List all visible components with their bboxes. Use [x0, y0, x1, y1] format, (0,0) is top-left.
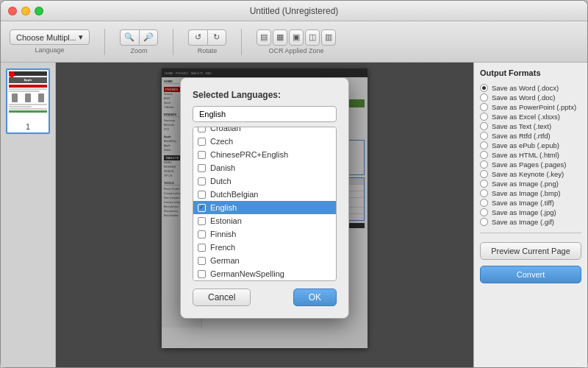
radio-button[interactable] [480, 160, 488, 169]
traffic-lights [8, 7, 43, 15]
format-item[interactable]: Save as Text (.text) [480, 121, 581, 131]
language-list-item[interactable]: ✓Estonian [193, 214, 336, 227]
format-label: Save as PowerPoint (.pptx) [492, 103, 576, 111]
language-item-label: DutchBelgian [210, 190, 258, 199]
format-item[interactable]: Save as Image (.png) [480, 179, 581, 188]
language-button[interactable]: Choose Multipl... ▾ [10, 29, 90, 45]
language-dialog: Selected Languages: ✓ArmenianEastern✓Arm… [180, 77, 349, 319]
format-label: Save as HTML (.html) [492, 151, 559, 159]
language-list[interactable]: ✓ArmenianEastern✓ArmenianGrabar✓Armenian… [193, 127, 337, 281]
format-item[interactable]: Save as Image (.jpg) [480, 208, 581, 217]
radio-button[interactable] [480, 132, 488, 140]
language-list-item[interactable]: ✓French [193, 241, 336, 254]
thumbnail-content: Apple [7, 70, 49, 121]
zoom-label: Zoom [130, 47, 147, 54]
format-item[interactable]: Save as Keynote (.key) [480, 169, 581, 179]
language-list-item[interactable]: ✓DutchBelgian [193, 188, 336, 201]
titlebar: Untitled (Unregistered) [1, 1, 587, 21]
format-item[interactable]: Save as Excel (.xlsxs) [480, 112, 581, 121]
modal-buttons: Cancel OK [193, 289, 337, 306]
formats-list: Save as Word (.docx)Save as Word (.doc)S… [480, 83, 581, 227]
radio-button[interactable] [480, 113, 488, 121]
output-formats-title: Output Formats [480, 68, 581, 77]
main-content: Apple 1 [1, 63, 587, 367]
maximize-button[interactable] [35, 7, 43, 15]
toolbar: Choose Multipl... ▾ Language 🔍 🔎 Zoom [1, 21, 587, 63]
ocr-btn-4[interactable]: ◫ [305, 29, 320, 46]
radio-button[interactable] [480, 141, 488, 149]
radio-button[interactable] [480, 103, 488, 111]
ocr-btn-2[interactable]: ▦ [273, 29, 287, 46]
panel-divider [480, 233, 581, 233]
window-title: Untitled (Unregistered) [250, 6, 339, 16]
rotate-left-button[interactable]: ↺ [188, 29, 207, 46]
ok-button[interactable]: OK [293, 289, 337, 306]
radio-button[interactable] [480, 180, 488, 188]
convert-button[interactable]: Convert [480, 266, 581, 283]
format-label: Save as Image (.png) [492, 180, 559, 188]
format-item[interactable]: Save as PowerPoint (.pptx) [480, 102, 581, 112]
radio-button[interactable] [480, 122, 488, 130]
language-list-item[interactable]: ✓Dutch [193, 174, 336, 188]
minimize-button[interactable] [21, 7, 30, 15]
ocr-label: OCR Applied Zone [268, 47, 323, 54]
toolbar-separator-2 [173, 29, 173, 55]
rotate-right-button[interactable]: ↻ [207, 29, 226, 46]
format-label: Save as Rtfd (.rtfd) [492, 132, 551, 140]
radio-button[interactable] [480, 151, 488, 159]
zoom-in-button[interactable]: 🔎 [139, 29, 158, 46]
format-item[interactable]: Save as Word (.doc) [480, 93, 581, 102]
rotate-label: Rotate [198, 47, 218, 54]
language-item-label: English [210, 203, 237, 212]
ocr-btn-1[interactable]: ▤ [257, 29, 271, 46]
language-list-item[interactable]: ✓Croatian [193, 127, 336, 135]
format-label: Save as Image (.bmp) [492, 189, 560, 197]
language-item-label: Estonian [210, 216, 242, 225]
format-label: Save as ePub (.epub) [492, 141, 559, 149]
format-item[interactable]: Save as Word (.docx) [480, 83, 581, 93]
modal-title: Selected Languages: [193, 90, 337, 100]
radio-button[interactable] [480, 84, 488, 92]
radio-button[interactable] [480, 218, 488, 226]
format-label: Save as Word (.docx) [492, 84, 559, 92]
language-list-item[interactable]: ✓Finnish [193, 227, 336, 241]
language-item-label: German [210, 256, 240, 265]
format-label: Save as Text (.text) [492, 122, 551, 130]
format-item[interactable]: Save as ePub (.epub) [480, 141, 581, 150]
radio-button[interactable] [480, 199, 488, 207]
language-label: Language [35, 46, 64, 54]
radio-button[interactable] [480, 189, 488, 197]
document-area: HOME PHONES TABLETS MAC HOME PHONES [56, 63, 473, 367]
language-list-item[interactable]: ✓Danish [193, 161, 336, 174]
cancel-button[interactable]: Cancel [193, 289, 251, 306]
zoom-out-button[interactable]: 🔍 [120, 29, 139, 46]
radio-button[interactable] [480, 170, 488, 178]
toolbar-separator-3 [241, 29, 242, 55]
language-search-input[interactable] [193, 106, 337, 122]
preview-button[interactable]: Preview Current Page [480, 242, 581, 260]
dropdown-arrow-icon: ▾ [79, 32, 83, 42]
format-item[interactable]: Save as Image (.bmp) [480, 188, 581, 198]
language-list-item[interactable]: ✓English [193, 201, 336, 214]
format-item[interactable]: Save as Rtfd (.rtfd) [480, 131, 581, 141]
radio-button[interactable] [480, 93, 488, 102]
language-list-item[interactable]: ✓GermanNewSpelling [193, 267, 336, 280]
radio-button[interactable] [480, 208, 488, 216]
format-item[interactable]: Save as HTML (.html) [480, 150, 581, 160]
format-item[interactable]: Save as Image (.gif) [480, 217, 581, 227]
language-list-item[interactable]: ✓German [193, 254, 336, 267]
format-label: Save as Word (.doc) [492, 93, 555, 102]
language-list-item[interactable]: ✓Czech [193, 135, 336, 148]
ocr-btn-3[interactable]: ▣ [289, 29, 304, 46]
language-list-item[interactable]: ✓ChinesePRC+English [193, 148, 336, 161]
language-item-label: Finnish [210, 230, 236, 238]
ocr-btn-5[interactable]: ▥ [321, 29, 336, 46]
thumbnail-item-1[interactable]: Apple 1 [6, 68, 50, 134]
zoom-out-icon: 🔍 [124, 32, 135, 42]
close-button[interactable] [8, 7, 17, 15]
format-item[interactable]: Save as Pages (.pages) [480, 160, 581, 169]
zoom-in-icon: 🔎 [143, 32, 154, 42]
format-item[interactable]: Save as Image (.tiff) [480, 198, 581, 208]
format-label: Save as Image (.tiff) [492, 199, 554, 207]
language-item-label: GermanNewSpelling [210, 269, 284, 278]
